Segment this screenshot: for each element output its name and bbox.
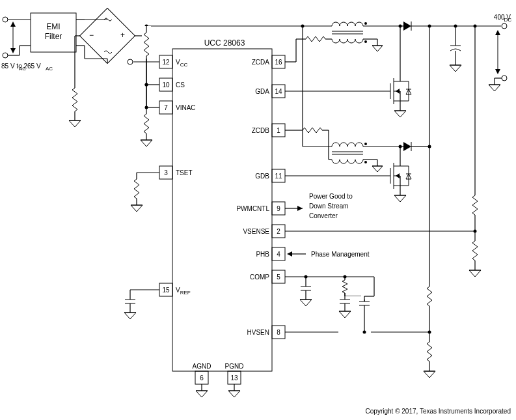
svg-text:PGND: PGND: [225, 363, 244, 370]
svg-text:9: 9: [277, 205, 280, 212]
mosfet-a: [285, 26, 411, 117]
copyright-label: Copyright © 2017, Texas Instruments Inco…: [366, 408, 511, 415]
svg-marker-158: [372, 166, 383, 172]
svg-text:VSENSE: VSENSE: [243, 228, 269, 235]
svg-point-1: [3, 17, 8, 22]
transformer-b: [332, 143, 367, 163]
svg-marker-146: [394, 111, 406, 117]
svg-point-169: [428, 25, 431, 28]
svg-text:VREF: VREF: [176, 287, 191, 296]
svg-marker-70: [124, 313, 136, 319]
pin-vinac: 7 VINAC: [159, 101, 196, 114]
svg-text:16: 16: [275, 59, 282, 66]
svg-text:COMP: COMP: [250, 273, 269, 281]
svg-marker-120: [372, 46, 383, 51]
pwmcntl-note-2: Down Stream: [309, 203, 349, 210]
svg-point-197: [502, 23, 507, 29]
pin-pwmcntl: 9 PWMCNTL: [236, 202, 285, 215]
input-ac-1: AC: [19, 66, 26, 72]
svg-text:4: 4: [277, 251, 280, 258]
svg-text:AGND: AGND: [193, 363, 211, 370]
svg-marker-211: [469, 270, 481, 277]
svg-point-215: [428, 145, 431, 148]
svg-text:15: 15: [162, 287, 170, 294]
diode-a: [403, 21, 411, 31]
pwmcntl-note-3: Converter: [309, 212, 338, 219]
svg-point-154: [364, 161, 367, 163]
svg-text:12: 12: [162, 59, 170, 66]
svg-text:PHB: PHB: [256, 251, 269, 258]
svg-text:HVSEN: HVSEN: [247, 329, 269, 336]
svg-text:+: +: [120, 31, 125, 40]
svg-point-153: [364, 143, 367, 145]
svg-point-115: [364, 22, 367, 25]
svg-marker-205: [495, 69, 500, 74]
svg-text:5: 5: [277, 273, 280, 281]
pwmcntl-note-1: Power Good to: [309, 193, 353, 200]
svg-marker-230: [297, 206, 303, 211]
pin-phb: 4 PHB: [256, 247, 285, 260]
bridge-rectifier: − +: [80, 8, 135, 64]
svg-text:7: 7: [164, 104, 168, 111]
pin-zcdb: 1 ZCDB: [252, 124, 285, 137]
svg-text:10: 10: [162, 81, 170, 89]
svg-text:VINAC: VINAC: [176, 104, 196, 111]
svg-text:1: 1: [277, 127, 280, 134]
svg-text:PWMCNTL: PWMCNTL: [236, 205, 269, 212]
pin-agnd: 6 AGND: [193, 363, 211, 384]
svg-text:GDA: GDA: [255, 88, 269, 95]
transformer-a: [332, 22, 367, 43]
pin-hvsen: 8 HVSEN: [247, 326, 285, 339]
pin-vcc: 12 VCC: [159, 55, 187, 68]
svg-text:ZCDB: ZCDB: [252, 127, 270, 134]
svg-text:VCC: VCC: [176, 59, 187, 68]
svg-text:CS: CS: [176, 81, 185, 89]
svg-text:3: 3: [164, 169, 168, 176]
pin-tset: 3 TSET: [159, 166, 193, 179]
pin-cs: 10 CS: [159, 78, 185, 91]
svg-marker-109: [228, 391, 240, 397]
pin-vref: 15 VREF: [159, 283, 191, 296]
svg-marker-220: [424, 371, 435, 378]
pin-zcda: 16 ZCDA: [252, 55, 285, 68]
svg-text:−: −: [89, 31, 94, 40]
emi-label-2: Filter: [45, 32, 62, 41]
chip-name: UCC 28063: [204, 38, 245, 48]
ground-icon: [69, 120, 81, 127]
pin-comp: 5 COMP: [250, 270, 285, 283]
svg-marker-48: [141, 140, 152, 147]
output-dc: DC: [504, 17, 511, 23]
svg-point-116: [364, 40, 367, 43]
svg-marker-176: [396, 173, 400, 178]
svg-point-262: [363, 331, 366, 334]
phb-note: Phase Management: [311, 251, 370, 258]
svg-marker-126: [403, 21, 411, 31]
svg-marker-201: [489, 85, 500, 91]
svg-marker-9: [10, 48, 16, 53]
emi-label-1: EMI: [46, 22, 60, 31]
svg-rect-10: [80, 8, 135, 64]
diode-b: [403, 142, 411, 151]
svg-marker-232: [287, 251, 292, 257]
svg-text:13: 13: [230, 374, 238, 382]
svg-marker-164: [403, 142, 411, 151]
svg-marker-137: [396, 89, 400, 94]
svg-point-2: [3, 53, 8, 58]
svg-marker-24: [69, 120, 81, 127]
svg-marker-8: [10, 21, 16, 27]
svg-marker-106: [196, 391, 208, 397]
svg-marker-60: [131, 205, 143, 212]
svg-marker-204: [495, 30, 500, 35]
svg-point-33: [128, 59, 133, 64]
svg-text:ZCDA: ZCDA: [252, 59, 270, 66]
svg-text:TSET: TSET: [176, 169, 193, 176]
svg-marker-240: [300, 300, 312, 306]
input-ac-2: AC: [46, 66, 53, 72]
svg-text:8: 8: [277, 329, 280, 336]
svg-text:6: 6: [200, 374, 204, 382]
svg-point-53: [145, 83, 148, 87]
pin-vsense: 2 VSENSE: [243, 225, 285, 238]
svg-text:2: 2: [277, 228, 280, 235]
svg-text:GDB: GDB: [255, 173, 269, 180]
svg-text:14: 14: [275, 88, 282, 95]
